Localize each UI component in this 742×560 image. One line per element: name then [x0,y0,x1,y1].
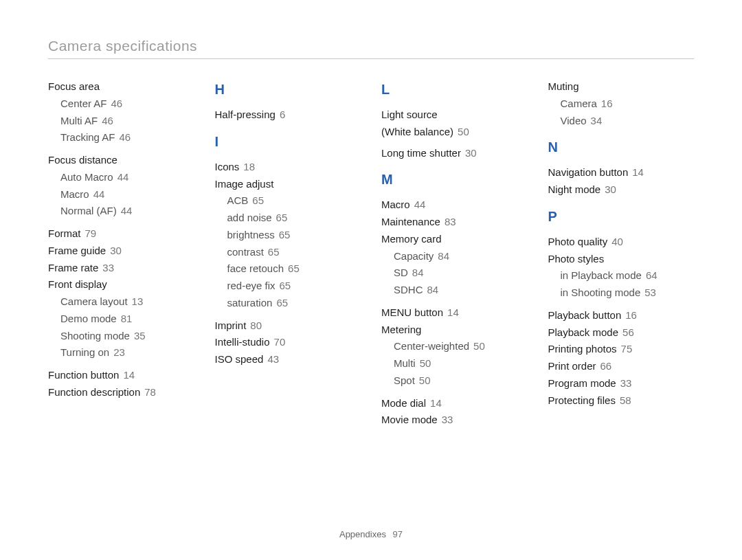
entry-icons: Icons18 [215,159,361,176]
entry-printing-photos: Printing photos75 [548,341,695,358]
subentry: Demo mode81 [60,311,194,328]
subentry: red-eye fix65 [227,278,361,295]
subentry: face retouch65 [227,260,361,278]
entry-focus-distance: Focus distance [48,152,194,169]
page: Camera specifications Focus area Center … [0,0,742,429]
entry-format: Format79 [48,225,194,243]
subentry: Normal (AF)44 [60,203,194,220]
subentry: Turning on23 [60,344,194,361]
entry-macro: Macro44 [381,197,528,214]
subentry: Macro44 [60,186,194,203]
page-footer: Appendixes 97 [0,529,742,539]
entry-function-button: Function button14 [48,367,194,384]
page-header: Camera specifications [48,38,694,59]
entry-iso-speed: ISO speed43 [215,351,361,368]
subentry: Center AF46 [60,96,194,113]
column-2: H Half-pressing6 I Icons18 Image adjust … [215,78,361,429]
subentry: Multi AF46 [60,113,194,130]
subentry: SDHC84 [394,282,528,299]
footer-page: 97 [393,529,403,539]
subentry: Video34 [561,113,695,130]
subentry: contrast65 [227,244,361,261]
entry-light-source-line2: (White balance)50 [381,124,528,141]
letter-n: N [548,136,695,159]
subentry: Shooting mode35 [60,328,194,345]
column-3: L Light source (White balance)50 Long ti… [381,78,528,429]
entry-program-mode: Program mode33 [548,375,695,392]
entry-long-time-shutter: Long time shutter30 [381,145,528,162]
entry-front-display: Front display [48,276,194,293]
subentry: ACB65 [227,192,361,210]
entry-imprint: Imprint80 [215,317,361,335]
entry-movie-mode: Movie mode33 [381,412,528,429]
entry-image-adjust: Image adjust [215,176,361,193]
subentry: Center-weighted50 [394,338,528,355]
subentry: in Shooting mode53 [561,284,695,302]
subentry: Camera16 [561,96,695,113]
entry-muting: Muting [548,78,695,96]
subentry: add noise65 [227,210,361,227]
entry-navigation-button: Navigation button14 [548,164,695,181]
entry-frame-guide: Frame guide30 [48,243,194,260]
letter-m: M [381,168,528,191]
entry-night-mode: Night mode30 [548,181,695,199]
subentry: Tracking AF46 [60,129,194,146]
footer-label: Appendixes [339,529,386,539]
subentry: Capacity84 [394,248,528,265]
subentry: Auto Macro44 [60,169,194,186]
letter-p: P [548,205,695,228]
subentry: in Playback mode64 [561,267,695,284]
entry-frame-rate: Frame rate33 [48,260,194,277]
column-4: Muting Camera16 Video34 N Navigation but… [548,78,695,429]
subentry: saturation65 [227,295,361,312]
entry-function-description: Function description78 [48,384,194,401]
letter-h: H [215,78,361,101]
entry-mode-dial: Mode dial14 [381,395,528,412]
letter-l: L [381,78,528,101]
entry-photo-quality: Photo quality40 [548,234,695,251]
subentry: Multi50 [394,355,528,372]
entry-half-pressing: Half-pressing6 [215,107,361,124]
entry-photo-styles: Photo styles [548,251,695,268]
subentry: Camera layout13 [60,293,194,311]
subentry: brightness65 [227,227,361,244]
column-1: Focus area Center AF46 Multi AF46 Tracki… [48,78,194,429]
entry-focus-area: Focus area [48,78,194,96]
entry-protecting-files: Protecting files58 [548,392,695,410]
entry-light-source-line1: Light source [381,107,528,124]
letter-i: I [215,131,361,153]
entry-maintenance: Maintenance83 [381,214,528,231]
entry-playback-mode: Playback mode56 [548,324,695,341]
entry-print-order: Print order66 [548,358,695,375]
entry-menu-button: MENU button14 [381,304,528,322]
entry-metering: Metering [381,322,528,339]
subentry: SD84 [394,265,528,282]
entry-intelli-studio: Intelli-studio70 [215,334,361,351]
subentry: Spot50 [394,372,528,390]
entry-memory-card: Memory card [381,231,528,248]
entry-playback-button: Playback button16 [548,307,695,324]
index-columns: Focus area Center AF46 Multi AF46 Tracki… [48,78,694,429]
